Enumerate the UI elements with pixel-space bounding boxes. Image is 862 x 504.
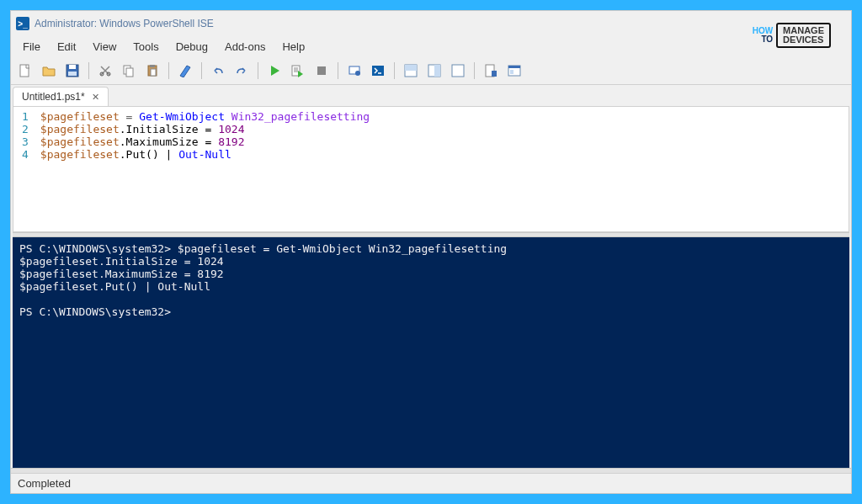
menu-file[interactable]: File bbox=[16, 38, 47, 56]
svg-rect-19 bbox=[434, 65, 440, 77]
svg-rect-7 bbox=[126, 68, 133, 77]
app-icon: >_ bbox=[16, 17, 29, 30]
show-script-top-button[interactable] bbox=[400, 60, 422, 82]
status-text: Completed bbox=[18, 477, 71, 490]
watermark-box: MANAGE DEVICES bbox=[776, 23, 831, 48]
window-title: Administrator: Windows PowerShell ISE bbox=[35, 18, 214, 29]
toolbar bbox=[11, 57, 851, 85]
editor-tabs: Untitled1.ps1* ✕ bbox=[11, 85, 851, 106]
show-command-window-button[interactable] bbox=[503, 60, 525, 82]
save-button[interactable] bbox=[61, 60, 83, 82]
menu-addons[interactable]: Add-ons bbox=[218, 38, 272, 56]
svg-rect-12 bbox=[317, 66, 326, 75]
run-script-button[interactable] bbox=[263, 60, 285, 82]
start-powershell-button[interactable] bbox=[367, 60, 389, 82]
console-pane[interactable]: PS C:\WINDOWS\system32> $pagefileset = G… bbox=[13, 237, 849, 468]
redo-button[interactable] bbox=[231, 60, 253, 82]
svg-rect-20 bbox=[452, 65, 464, 77]
script-editor[interactable]: 1234 $pagefileset = Get-WmiObject Win32_… bbox=[13, 106, 849, 232]
svg-rect-22 bbox=[492, 71, 497, 77]
menu-tools[interactable]: Tools bbox=[126, 38, 165, 56]
svg-rect-24 bbox=[508, 66, 520, 68]
code-area[interactable]: $pagefileset = Get-WmiObject Win32_pagef… bbox=[35, 107, 375, 231]
open-file-button[interactable] bbox=[38, 60, 60, 82]
toolbar-separator bbox=[201, 62, 202, 79]
toolbar-separator bbox=[88, 62, 89, 79]
menu-view[interactable]: View bbox=[86, 38, 123, 56]
menu-edit[interactable]: Edit bbox=[51, 38, 82, 56]
ise-window: HOW TO MANAGE DEVICES >_ Administrator: … bbox=[10, 10, 852, 494]
line-gutter: 1234 bbox=[13, 107, 35, 231]
toolbar-separator bbox=[474, 62, 475, 79]
new-file-button[interactable] bbox=[14, 60, 36, 82]
watermark: HOW TO MANAGE DEVICES bbox=[753, 23, 831, 48]
undo-button[interactable] bbox=[207, 60, 229, 82]
toolbar-separator bbox=[338, 62, 338, 79]
show-script-max-button[interactable] bbox=[447, 60, 469, 82]
menu-help[interactable]: Help bbox=[275, 38, 311, 56]
new-remote-tab-button[interactable] bbox=[343, 60, 365, 82]
watermark-to: TO bbox=[761, 34, 773, 44]
run-selection-button[interactable] bbox=[287, 60, 309, 82]
svg-rect-17 bbox=[405, 65, 417, 71]
svg-rect-9 bbox=[150, 65, 155, 67]
tab-untitled1[interactable]: Untitled1.ps1* ✕ bbox=[13, 87, 109, 106]
toolbar-separator bbox=[168, 62, 169, 79]
menubar: File Edit View Tools Debug Add-ons Help bbox=[11, 36, 851, 57]
toolbar-separator bbox=[394, 62, 395, 79]
svg-rect-3 bbox=[68, 72, 77, 76]
clear-button[interactable] bbox=[174, 60, 196, 82]
content-area: Untitled1.ps1* ✕ 1234 $pagefileset = Get… bbox=[11, 85, 851, 473]
cut-button[interactable] bbox=[94, 60, 116, 82]
titlebar[interactable]: >_ Administrator: Windows PowerShell ISE bbox=[11, 11, 851, 36]
show-script-right-button[interactable] bbox=[423, 60, 445, 82]
svg-point-14 bbox=[355, 71, 360, 76]
show-command-addon-button[interactable] bbox=[480, 60, 502, 82]
toolbar-separator bbox=[258, 62, 258, 79]
svg-rect-2 bbox=[69, 65, 76, 69]
svg-rect-0 bbox=[20, 65, 29, 77]
tab-label: Untitled1.ps1* bbox=[22, 91, 85, 103]
watermark-devices: DEVICES bbox=[783, 35, 824, 45]
paste-button[interactable] bbox=[141, 60, 163, 82]
stop-button[interactable] bbox=[311, 60, 333, 82]
statusbar: Completed bbox=[11, 473, 851, 493]
svg-rect-10 bbox=[151, 69, 156, 76]
watermark-howto: HOW TO bbox=[753, 27, 773, 44]
menu-debug[interactable]: Debug bbox=[169, 38, 215, 56]
svg-rect-25 bbox=[510, 70, 513, 74]
close-icon[interactable]: ✕ bbox=[90, 92, 101, 103]
copy-button[interactable] bbox=[118, 60, 140, 82]
